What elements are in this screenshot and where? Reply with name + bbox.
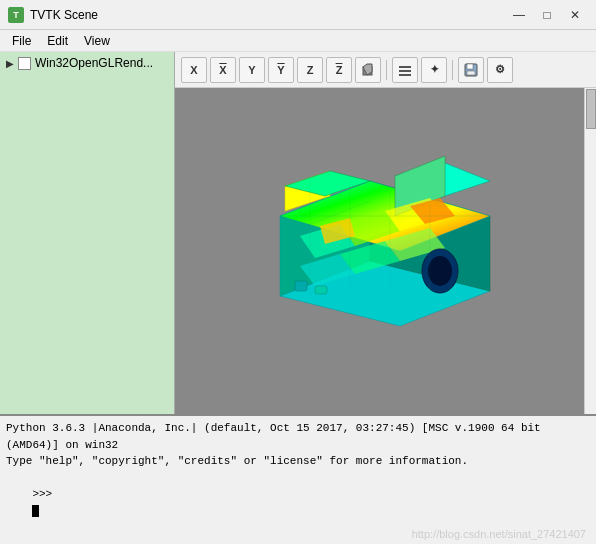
surface-button[interactable] bbox=[392, 57, 418, 83]
view-x-neg-button[interactable]: X bbox=[210, 57, 236, 83]
view-x-button[interactable]: X bbox=[181, 57, 207, 83]
svg-rect-26 bbox=[295, 281, 307, 291]
tree-item-label: Win32OpenGLRend... bbox=[35, 56, 153, 70]
svg-rect-4 bbox=[399, 74, 411, 76]
menu-view[interactable]: View bbox=[76, 32, 118, 50]
svg-rect-27 bbox=[315, 286, 327, 294]
view-y-button[interactable]: Y bbox=[239, 57, 265, 83]
right-panel: X X Y Y Z Z ✦ bbox=[175, 52, 596, 414]
view-z-button[interactable]: Z bbox=[297, 57, 323, 83]
scene-tree: ▶ Win32OpenGLRend... bbox=[0, 52, 175, 414]
title-bar: T TVTK Scene — □ ✕ bbox=[0, 0, 596, 30]
svg-rect-6 bbox=[467, 64, 473, 69]
tree-expand-arrow: ▶ bbox=[6, 58, 14, 69]
toolbar-separator2 bbox=[452, 60, 453, 80]
cursor bbox=[32, 505, 39, 517]
close-button[interactable]: ✕ bbox=[562, 5, 588, 25]
minimize-button[interactable]: — bbox=[506, 5, 532, 25]
prompt-text: >>> bbox=[32, 488, 52, 500]
console-line-3: Type "help", "copyright", "credits" or "… bbox=[6, 453, 590, 470]
toolbar-separator bbox=[386, 60, 387, 80]
menu-bar: File Edit View bbox=[0, 30, 596, 52]
viewport-container bbox=[175, 88, 596, 414]
window-title: TVTK Scene bbox=[30, 8, 506, 22]
svg-point-25 bbox=[428, 256, 452, 286]
vertical-scrollbar-track[interactable] bbox=[584, 88, 596, 414]
maximize-button[interactable]: □ bbox=[534, 5, 560, 25]
window-controls: — □ ✕ bbox=[506, 5, 588, 25]
console-line-1: Python 3.6.3 |Anaconda, Inc.| (default, … bbox=[6, 420, 590, 437]
tree-item-checkbox[interactable] bbox=[18, 57, 31, 70]
svg-rect-3 bbox=[399, 70, 411, 72]
content-area: ▶ Win32OpenGLRend... X X Y Y Z Z bbox=[0, 52, 596, 414]
view-3d-button[interactable] bbox=[355, 57, 381, 83]
settings-button[interactable]: ⚙ bbox=[487, 57, 513, 83]
3d-viewport[interactable] bbox=[175, 88, 584, 414]
points-button[interactable]: ✦ bbox=[421, 57, 447, 83]
vertical-scrollbar-thumb[interactable] bbox=[586, 89, 596, 129]
watermark-text: http://blog.csdn.net/sinat_27421407 bbox=[412, 528, 586, 540]
console-line-2: (AMD64)] on win32 bbox=[6, 437, 590, 454]
app-icon: T bbox=[8, 7, 24, 23]
console-prompt[interactable]: >>> bbox=[6, 470, 590, 536]
tree-item-renderer[interactable]: ▶ Win32OpenGLRend... bbox=[0, 52, 174, 74]
vtk-3d-object bbox=[240, 136, 520, 366]
save-button[interactable] bbox=[458, 57, 484, 83]
menu-edit[interactable]: Edit bbox=[39, 32, 76, 50]
menu-file[interactable]: File bbox=[4, 32, 39, 50]
svg-rect-2 bbox=[399, 66, 411, 68]
console-area[interactable]: Python 3.6.3 |Anaconda, Inc.| (default, … bbox=[0, 414, 596, 544]
toolbar: X X Y Y Z Z ✦ bbox=[175, 52, 596, 88]
view-z-neg-button[interactable]: Z bbox=[326, 57, 352, 83]
svg-rect-7 bbox=[467, 71, 475, 75]
view-y-neg-button[interactable]: Y bbox=[268, 57, 294, 83]
